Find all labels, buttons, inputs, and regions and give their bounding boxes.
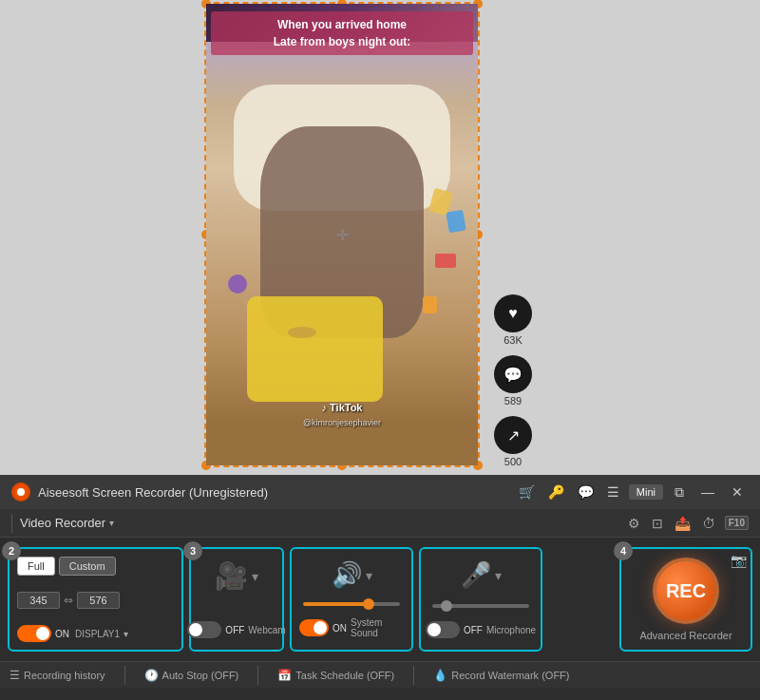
custom-button[interactable]: Custom (59, 557, 116, 576)
like-count: 63K (504, 334, 522, 346)
webcam-label: Webcam (248, 625, 285, 635)
full-screen-button[interactable]: Full (17, 557, 55, 576)
webcam-toggle-row: OFF Webcam (187, 621, 285, 638)
share-icon-btn[interactable]: 📤 (673, 514, 693, 533)
task-schedule-label: Task Schedule (OFF) (295, 670, 394, 681)
status-bar: ☰ Recording history 🕐 Auto Stop (OFF) 📅 … (0, 661, 760, 688)
display-label: DISPLAY1 (75, 629, 120, 639)
sound-toggle[interactable] (299, 619, 329, 636)
yellow-pillow (247, 296, 383, 403)
capture-region[interactable]: When you arrived home Late from boys nig… (204, 2, 480, 467)
f10-icon-btn[interactable]: F10 (725, 516, 749, 530)
display-row: ON DISPLAY1 ▾ (17, 625, 174, 642)
share-count: 500 (504, 456, 522, 467)
key-button[interactable]: 🔑 (544, 482, 568, 501)
tiktok-video-content: When you arrived home Late from boys nig… (206, 4, 478, 465)
mic-toggle-knob (428, 623, 441, 636)
toggle-knob (36, 627, 49, 640)
close-button[interactable]: ✕ (726, 482, 749, 501)
auto-stop-label: Auto Stop (OFF) (162, 670, 239, 681)
clock-icon: 🕐 (144, 669, 159, 682)
menu-button[interactable]: ☰ (603, 482, 623, 501)
toolbar: Aiseesoft Screen Recorder (Unregistered)… (0, 475, 760, 700)
height-input[interactable] (77, 592, 120, 609)
tiktok-username: @kimronjesephavier (303, 418, 381, 427)
webcam-chevron-icon: ▾ (252, 569, 258, 584)
watermark-item[interactable]: 💧 Record Watermark (OFF) (433, 669, 569, 682)
task-schedule-item[interactable]: 📅 Task Schedule (OFF) (277, 669, 394, 682)
system-sound-section: 🔊 ▾ ON System Sound (290, 547, 413, 652)
recording-history-item[interactable]: ☰ Recording history (10, 669, 105, 682)
dimension-separator: ⇔ (64, 594, 73, 607)
volume-slider[interactable] (303, 602, 400, 606)
status-divider-3 (413, 666, 414, 685)
tiktok-overlay-text: When you arrived home Late from boys nig… (211, 11, 473, 55)
microphone-label: Microphone (486, 625, 536, 635)
webcam-section: 3 🎥 ▾ OFF Webcam (189, 547, 284, 652)
mic-chevron-icon: ▾ (495, 568, 502, 583)
app-icon (11, 482, 30, 501)
mini-button[interactable]: Mini (629, 484, 663, 500)
comment-action: 💬 589 (494, 355, 532, 407)
minimize-button[interactable]: — (695, 482, 720, 501)
microphone-section: 🎤 ▾ OFF Microphone (419, 547, 542, 652)
sound-toggle-knob (314, 621, 327, 634)
sound-on-label: ON (332, 623, 347, 634)
webcam-toggle-knob (189, 623, 202, 636)
share-icon: ↗ (494, 416, 532, 454)
mic-slider[interactable] (432, 604, 529, 608)
mic-thumb (441, 600, 452, 612)
chevron-down-icon: ▾ (109, 518, 114, 528)
display-toggle[interactable] (17, 625, 51, 642)
section-3-badge: 3 (183, 541, 202, 560)
restore-button[interactable]: ⧉ (669, 482, 690, 502)
tiktok-logo: ♪ TikTok (322, 402, 363, 413)
volume-thumb (363, 598, 374, 610)
webcam-toggle[interactable] (187, 621, 221, 638)
section-4-badge: 4 (614, 541, 633, 560)
mic-off-label: OFF (464, 625, 483, 635)
sound-chevron-icon: ▾ (366, 568, 372, 583)
comment-count: 589 (504, 395, 522, 407)
width-input[interactable] (17, 592, 60, 609)
screen-icon-btn[interactable]: ⊡ (650, 514, 665, 533)
app-title-section: Aiseesoft Screen Recorder (Unregistered) (11, 482, 268, 501)
list-icon: ☰ (10, 669, 20, 682)
clock-icon-btn[interactable]: ⏱ (700, 514, 717, 533)
screen-capture-section: 2 Full Custom ⇔ ON DISPLAY1 ▾ (8, 547, 183, 652)
on-label: ON (55, 629, 69, 639)
mic-toggle-row: OFF Microphone (426, 621, 536, 638)
recording-history-label: Recording history (24, 670, 105, 681)
webcam-icon: 🎥 (215, 560, 248, 592)
chat-button[interactable]: 💬 (574, 482, 598, 501)
divider-1 (11, 514, 12, 533)
display-chevron-icon: ▾ (124, 629, 128, 639)
toolbar-main-controls: 2 Full Custom ⇔ ON DISPLAY1 ▾ 3 (0, 538, 760, 661)
mic-icon-row: 🎤 ▾ (461, 560, 502, 590)
preview-area: When you arrived home Late from boys nig… (0, 0, 760, 475)
rec-button[interactable]: REC (653, 558, 719, 624)
crosshair: ✛ (336, 226, 349, 244)
comment-icon: 💬 (494, 355, 532, 393)
auto-stop-item[interactable]: 🕐 Auto Stop (OFF) (144, 669, 239, 682)
toolbar-second-row: Video Recorder ▾ ⚙ ⊡ 📤 ⏱ F10 (0, 509, 760, 538)
top-controls: 🛒 🔑 💬 ☰ Mini ⧉ — ✕ (515, 482, 749, 502)
cart-button[interactable]: 🛒 (515, 482, 539, 501)
rec-section: 4 📷 REC Advanced Recorder (619, 547, 752, 652)
sound-icon-row: 🔊 ▾ (332, 560, 372, 590)
speaker-icon: 🔊 (332, 560, 362, 590)
rec-container: REC Advanced Recorder (629, 557, 743, 642)
settings-icon-btn[interactable]: ⚙ (626, 514, 642, 533)
mic-slider-row (428, 604, 533, 608)
share-action: ↗ 500 (494, 416, 532, 467)
toolbar-top-bar: Aiseesoft Screen Recorder (Unregistered)… (0, 475, 760, 509)
calendar-icon: 📅 (277, 669, 292, 682)
advanced-recorder-label: Advanced Recorder (639, 630, 732, 641)
second-row-icons: ⚙ ⊡ 📤 ⏱ F10 (626, 514, 749, 533)
like-icon: ♥ (494, 294, 532, 332)
mic-toggle[interactable] (426, 621, 460, 638)
video-recorder-selector[interactable]: Video Recorder ▾ (20, 516, 114, 530)
section-2-badge: 2 (2, 541, 21, 560)
volume-slider-row (299, 602, 404, 606)
droplet-icon: 💧 (433, 669, 447, 682)
